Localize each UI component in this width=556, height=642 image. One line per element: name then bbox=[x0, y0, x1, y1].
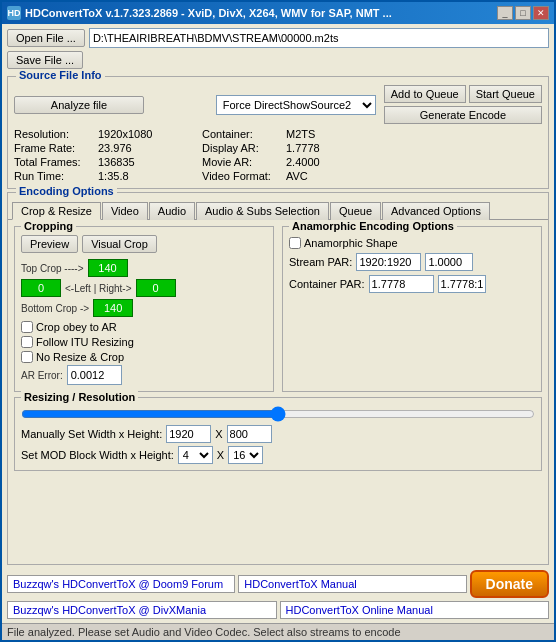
source-dropdown[interactable]: Force DirectShowSource2 Auto FFmpegSourc… bbox=[216, 95, 376, 115]
total-frames-value: 136835 bbox=[98, 156, 198, 168]
anamorphic-shape-checkbox[interactable] bbox=[289, 237, 301, 249]
frame-rate-label: Frame Rate: bbox=[14, 142, 94, 154]
restore-button[interactable]: □ bbox=[515, 6, 531, 20]
source-file-info-group: Source File Info Analyze file Force Dire… bbox=[7, 76, 549, 189]
cropping-group: Cropping Preview Visual Crop Top Crop --… bbox=[14, 226, 274, 392]
bottom-crop-input[interactable] bbox=[93, 299, 133, 317]
x-separator-2: X bbox=[217, 449, 224, 461]
source-group-label: Source File Info bbox=[16, 69, 105, 81]
container-label: Container: bbox=[202, 128, 282, 140]
tab-crop-resize[interactable]: Crop & Resize bbox=[12, 202, 101, 220]
bottom-links: Buzzqw's HDConvertToX @ Doom9 Forum HDCo… bbox=[7, 570, 549, 619]
preview-row: Preview Visual Crop bbox=[21, 235, 267, 253]
ar-error-input[interactable] bbox=[67, 365, 122, 385]
x-separator-1: X bbox=[215, 428, 222, 440]
container-par-input[interactable] bbox=[369, 275, 434, 293]
analyze-file-button[interactable]: Analyze file bbox=[14, 96, 144, 114]
follow-itu-checkbox[interactable] bbox=[21, 336, 33, 348]
ar-error-row: AR Error: bbox=[21, 365, 267, 385]
top-crop-input[interactable] bbox=[88, 259, 128, 277]
encoding-options-group: Encoding Options Crop & Resize Video Aud… bbox=[7, 192, 549, 565]
follow-itu-label: Follow ITU Resizing bbox=[36, 336, 134, 348]
no-resize-row: No Resize & Crop bbox=[21, 351, 267, 363]
generate-encode-button[interactable]: Generate Encode bbox=[384, 106, 542, 124]
resize-group-label: Resizing / Resolution bbox=[21, 391, 138, 403]
tab-queue[interactable]: Queue bbox=[330, 202, 381, 220]
anamorphic-shape-row: Anamorphic Shape bbox=[289, 237, 535, 249]
resize-group: Resizing / Resolution Manually Set Width… bbox=[14, 397, 542, 471]
container-value: M2TS bbox=[286, 128, 386, 140]
manual-link[interactable]: HDConvertToX Manual bbox=[238, 575, 466, 593]
minimize-button[interactable]: _ bbox=[497, 6, 513, 20]
resolution-label: Resolution: bbox=[14, 128, 94, 140]
donate-button[interactable]: Donate bbox=[470, 570, 549, 598]
width-height-row: Manually Set Width x Height: X bbox=[21, 425, 535, 443]
status-text: File analyzed. Please set Audio and Vide… bbox=[7, 626, 401, 638]
video-format-value: AVC bbox=[286, 170, 386, 182]
visual-crop-button[interactable]: Visual Crop bbox=[82, 235, 157, 253]
width-height-label: Manually Set Width x Height: bbox=[21, 428, 162, 440]
anamorphic-shape-label: Anamorphic Shape bbox=[304, 237, 398, 249]
slider-row bbox=[21, 406, 535, 422]
cropping-group-label: Cropping bbox=[21, 220, 76, 232]
crop-obey-ar-checkbox[interactable] bbox=[21, 321, 33, 333]
movie-ar-label: Movie AR: bbox=[202, 156, 282, 168]
analyze-row: Analyze file Force DirectShowSource2 Aut… bbox=[14, 85, 542, 124]
encoding-tabs: Crop & Resize Video Audio Audio & Subs S… bbox=[8, 201, 548, 220]
link-row-2: Buzzqw's HDConvertToX @ DivXMania HDConv… bbox=[7, 601, 549, 619]
right-crop-input[interactable] bbox=[136, 279, 176, 297]
container-par-row: Container PAR: bbox=[289, 275, 535, 293]
tab-audio[interactable]: Audio bbox=[149, 202, 195, 220]
bottom-crop-row: Bottom Crop -> bbox=[21, 299, 267, 317]
doom9-forum-link[interactable]: Buzzqw's HDConvertToX @ Doom9 Forum bbox=[7, 575, 235, 593]
movie-ar-value: 2.4000 bbox=[286, 156, 386, 168]
stream-par-label: Stream PAR: bbox=[289, 256, 352, 268]
main-content: Open File ... Save File ... Source File … bbox=[2, 24, 554, 623]
online-manual-link[interactable]: HDConvertToX Online Manual bbox=[280, 601, 550, 619]
left-crop-input[interactable] bbox=[21, 279, 61, 297]
tab-video[interactable]: Video bbox=[102, 202, 148, 220]
add-to-queue-button[interactable]: Add to Queue bbox=[384, 85, 466, 103]
save-file-button[interactable]: Save File ... bbox=[7, 51, 83, 69]
mod-width-select[interactable]: 4 8 16 32 bbox=[178, 446, 213, 464]
anamorphic-group: Anamorphic Encoding Options Anamorphic S… bbox=[282, 226, 542, 392]
close-button[interactable]: ✕ bbox=[533, 6, 549, 20]
width-input[interactable] bbox=[166, 425, 211, 443]
container-par-label: Container PAR: bbox=[289, 278, 365, 290]
tab-advanced[interactable]: Advanced Options bbox=[382, 202, 490, 220]
top-crop-label: Top Crop ----> bbox=[21, 263, 84, 274]
link-row-1: Buzzqw's HDConvertToX @ Doom9 Forum HDCo… bbox=[7, 570, 549, 598]
start-queue-button[interactable]: Start Queue bbox=[469, 85, 542, 103]
main-window: HD HDConvertToX v.1.7.323.2869 - XviD, D… bbox=[0, 0, 556, 642]
preview-button[interactable]: Preview bbox=[21, 235, 78, 253]
divxmania-link[interactable]: Buzzqw's HDConvertToX @ DivXMania bbox=[7, 601, 277, 619]
app-icon: HD bbox=[7, 6, 21, 20]
top-crop-row: Top Crop ----> bbox=[21, 259, 267, 277]
bottom-crop-label: Bottom Crop -> bbox=[21, 303, 89, 314]
left-right-label: <-Left | Right-> bbox=[65, 283, 132, 294]
stream-par-row: Stream PAR: bbox=[289, 253, 535, 271]
window-controls: _ □ ✕ bbox=[497, 6, 549, 20]
title-bar: HD HDConvertToX v.1.7.323.2869 - XviD, D… bbox=[2, 2, 554, 24]
status-bar: File analyzed. Please set Audio and Vide… bbox=[2, 623, 554, 640]
left-right-row: <-Left | Right-> bbox=[21, 279, 267, 297]
total-frames-label: Total Frames: bbox=[14, 156, 94, 168]
crop-obey-ar-row: Crop obey to AR bbox=[21, 321, 267, 333]
mod-height-select[interactable]: 4 8 16 32 bbox=[228, 446, 263, 464]
resize-slider[interactable] bbox=[21, 406, 535, 422]
frame-rate-value: 23.976 bbox=[98, 142, 198, 154]
no-resize-label: No Resize & Crop bbox=[36, 351, 124, 363]
resolution-value: 1920x1080 bbox=[98, 128, 198, 140]
ar-error-label: AR Error: bbox=[21, 370, 63, 381]
open-file-button[interactable]: Open File ... bbox=[7, 29, 85, 47]
title-bar-left: HD HDConvertToX v.1.7.323.2869 - XviD, D… bbox=[7, 6, 392, 20]
tab-audio-subs[interactable]: Audio & Subs Selection bbox=[196, 202, 329, 220]
display-ar-value: 1.7778 bbox=[286, 142, 386, 154]
file-path-input[interactable] bbox=[89, 28, 549, 48]
container-par-ratio-input[interactable] bbox=[438, 275, 486, 293]
no-resize-checkbox[interactable] bbox=[21, 351, 33, 363]
stream-par-ratio-input[interactable] bbox=[425, 253, 473, 271]
stream-par-input[interactable] bbox=[356, 253, 421, 271]
mod-row: Set MOD Block Width x Height: 4 8 16 32 … bbox=[21, 446, 535, 464]
height-input[interactable] bbox=[227, 425, 272, 443]
